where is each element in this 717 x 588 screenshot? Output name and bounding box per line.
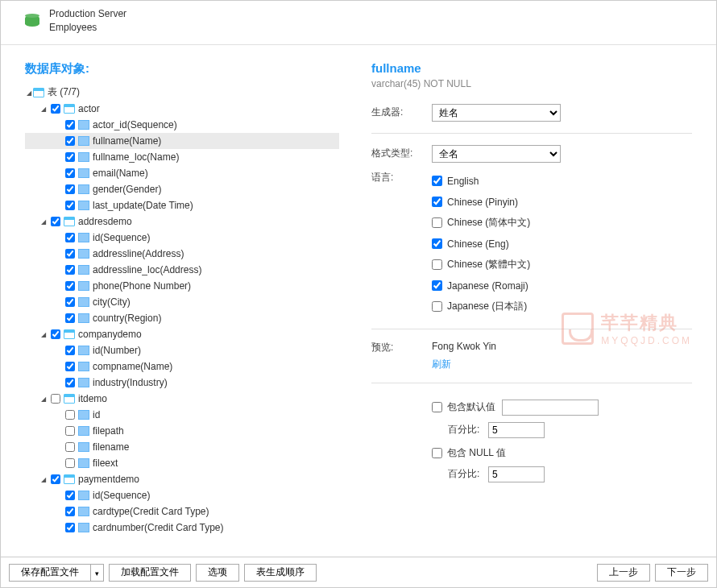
tree-root[interactable]: 表 (7/7) — [25, 85, 339, 101]
tree-checkbox[interactable] — [51, 217, 60, 226]
prev-button[interactable]: 上一步 — [597, 564, 650, 582]
percent-input-2[interactable] — [488, 466, 545, 482]
tree-column[interactable]: filename — [25, 439, 339, 455]
tree-column[interactable]: email(Name) — [25, 165, 339, 181]
percent-input-1[interactable] — [488, 422, 545, 438]
tree-column[interactable]: cardnumber(Credit Card Type) — [25, 520, 339, 536]
table-icon — [64, 329, 75, 339]
language-item[interactable]: Chinese (Pinyin) — [432, 192, 530, 213]
language-item[interactable]: Chinese (简体中文) — [432, 213, 530, 234]
tree-checkbox[interactable] — [65, 136, 75, 146]
language-checkbox[interactable] — [432, 280, 442, 291]
tree-checkbox[interactable] — [65, 523, 75, 532]
tree-column[interactable]: filepath — [25, 423, 339, 439]
language-item[interactable]: Japanese (Romaji) — [432, 275, 530, 296]
tree-checkbox[interactable] — [65, 378, 75, 387]
tree-checkbox[interactable] — [65, 491, 75, 500]
tree-checkbox[interactable] — [65, 152, 75, 162]
tree-table-paymentdemo[interactable]: paymentdemo — [25, 471, 339, 487]
tree-checkbox[interactable] — [65, 507, 75, 516]
tree-column[interactable]: gender(Gender) — [25, 181, 339, 197]
language-checkbox[interactable] — [432, 217, 442, 228]
language-checkbox[interactable] — [432, 238, 442, 249]
include-null-checkbox[interactable] — [432, 448, 442, 458]
tree-checkbox[interactable] — [65, 168, 75, 178]
expand-caret[interactable] — [25, 89, 33, 97]
tree-column[interactable]: id — [25, 407, 339, 423]
column-icon — [78, 152, 89, 162]
format-select[interactable]: 全名 — [432, 145, 561, 163]
default-value-input[interactable] — [502, 400, 599, 416]
tree-column[interactable]: id(Sequence) — [25, 487, 339, 503]
language-checkbox[interactable] — [432, 259, 442, 270]
language-item[interactable]: Japanese (日本語) — [432, 296, 530, 317]
tree-checkbox[interactable] — [65, 297, 75, 307]
tree-table-companydemo[interactable]: companydemo — [25, 326, 339, 342]
language-item[interactable]: English — [432, 171, 530, 192]
options-button[interactable]: 选项 — [196, 564, 239, 582]
tree-table-actor[interactable]: actor — [25, 101, 339, 117]
tree-checkbox[interactable] — [65, 458, 75, 468]
tree-checkbox[interactable] — [65, 281, 75, 291]
tree-checkbox[interactable] — [51, 329, 60, 339]
tree-column[interactable]: actor_id(Sequence) — [25, 117, 339, 133]
tree-checkbox[interactable] — [65, 410, 75, 420]
language-checkbox[interactable] — [432, 176, 442, 186]
tree-checkbox[interactable] — [51, 394, 60, 404]
tree-column[interactable]: last_update(Date Time) — [25, 197, 339, 213]
tree-checkbox[interactable] — [65, 442, 75, 452]
tree-column[interactable]: city(City) — [25, 294, 339, 310]
tree-checkbox[interactable] — [65, 201, 75, 210]
tree-column[interactable]: phone(Phone Number) — [25, 278, 339, 294]
tree-table-addresdemo[interactable]: addresdemo — [25, 213, 339, 230]
expand-caret[interactable] — [39, 475, 48, 483]
tree-column[interactable]: addressline(Address) — [25, 246, 339, 262]
load-profile-button[interactable]: 加载配置文件 — [109, 564, 191, 582]
refresh-link[interactable]: 刷新 — [432, 358, 451, 371]
language-label: Japanese (日本語) — [447, 300, 527, 313]
tree-checkbox[interactable] — [51, 104, 60, 114]
language-item[interactable]: Chinese (Eng) — [432, 234, 530, 255]
tree-column[interactable]: fullname(Name) — [25, 133, 339, 149]
save-profile-dropdown[interactable] — [91, 564, 104, 582]
tree-column[interactable]: id(Sequence) — [25, 230, 339, 246]
object-tree[interactable]: 表 (7/7)actoractor_id(Sequence)fullname(N… — [25, 85, 339, 536]
tree-checkbox[interactable] — [65, 346, 75, 355]
save-profile-button[interactable]: 保存配置文件 — [9, 564, 91, 582]
tree-checkbox[interactable] — [51, 474, 60, 484]
generator-select[interactable]: 姓名 — [432, 104, 561, 122]
tree-column[interactable]: fullname_loc(Name) — [25, 149, 339, 165]
tree-label: country(Region) — [93, 313, 161, 324]
language-item[interactable]: Chinese (繁體中文) — [432, 255, 530, 275]
expand-caret[interactable] — [39, 330, 48, 338]
tree-column[interactable]: cardtype(Credit Card Type) — [25, 503, 339, 520]
expand-caret[interactable] — [39, 395, 48, 403]
column-icon — [78, 346, 89, 355]
tree-label: cardnumber(Credit Card Type) — [93, 522, 224, 533]
tree-checkbox[interactable] — [65, 362, 75, 371]
tree-column[interactable]: country(Region) — [25, 310, 339, 326]
tree-checkbox[interactable] — [65, 265, 75, 275]
left-pane: 数据库对象: 表 (7/7)actoractor_id(Sequence)ful… — [1, 45, 347, 551]
language-checkbox[interactable] — [432, 301, 442, 312]
language-checkbox[interactable] — [432, 197, 442, 207]
tree-checkbox[interactable] — [65, 313, 75, 323]
tree-column[interactable]: industry(Industry) — [25, 375, 339, 391]
include-default-checkbox[interactable] — [432, 402, 442, 412]
gen-order-button[interactable]: 表生成顺序 — [244, 564, 317, 582]
tree-checkbox[interactable] — [65, 120, 75, 130]
tree-label: filename — [93, 441, 129, 453]
tree-column[interactable]: addressline_loc(Address) — [25, 262, 339, 278]
column-icon — [78, 168, 89, 178]
tree-checkbox[interactable] — [65, 184, 75, 194]
tree-table-itdemo[interactable]: itdemo — [25, 391, 339, 407]
tree-column[interactable]: fileext — [25, 455, 339, 471]
expand-caret[interactable] — [39, 217, 48, 226]
tree-checkbox[interactable] — [65, 426, 75, 436]
tree-checkbox[interactable] — [65, 233, 75, 242]
next-button[interactable]: 下一步 — [655, 564, 708, 582]
expand-caret[interactable] — [39, 105, 48, 113]
tree-column[interactable]: compname(Name) — [25, 358, 339, 375]
tree-checkbox[interactable] — [65, 249, 75, 259]
tree-column[interactable]: id(Number) — [25, 342, 339, 358]
